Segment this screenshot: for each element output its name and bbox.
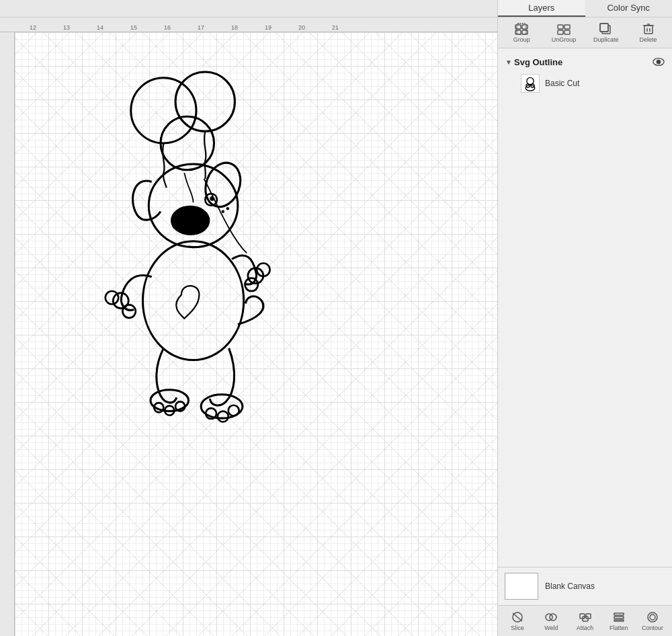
svg-point-46 — [526, 85, 535, 91]
svg-point-10 — [226, 207, 229, 210]
ruler-top: 12 13 14 15 16 17 18 19 20 21 — [0, 17, 497, 32]
layer-group-name: Svg Outline — [514, 57, 652, 67]
weld-button[interactable]: Weld — [536, 609, 566, 633]
dog-illustration — [69, 52, 324, 489]
ruler-mark-15: 15 — [130, 24, 137, 31]
svg-rect-31 — [558, 25, 563, 29]
ruler-mark-20: 20 — [298, 24, 305, 31]
tab-bar-left — [0, 0, 497, 17]
svg-rect-29 — [522, 30, 528, 34]
group-icon — [513, 23, 530, 35]
layer-eye-icon[interactable] — [652, 55, 665, 69]
svg-point-45 — [527, 77, 534, 84]
group-button[interactable]: Group — [502, 21, 542, 45]
blank-canvas-area: Blank Canvas — [498, 567, 672, 605]
canvas-grid[interactable] — [15, 32, 497, 636]
weld-label: Weld — [544, 625, 558, 631]
duplicate-button[interactable]: Duplicate — [587, 21, 626, 45]
delete-label: Delete — [640, 36, 657, 43]
tab-layers[interactable]: Layers — [498, 0, 585, 17]
svg-rect-27 — [522, 25, 528, 29]
contour-icon — [644, 611, 661, 623]
ruler-mark-18: 18 — [231, 24, 238, 31]
ruler-mark-14: 14 — [97, 24, 103, 31]
svg-rect-57 — [614, 617, 624, 619]
svg-point-20 — [218, 411, 228, 422]
blank-canvas-thumbnail — [505, 573, 538, 600]
ruler-mark-19: 19 — [265, 24, 271, 31]
svg-point-44 — [657, 60, 660, 63]
ruler-left — [0, 32, 15, 636]
slice-label: Slice — [511, 625, 524, 631]
delete-icon — [640, 23, 657, 35]
svg-rect-28 — [515, 30, 521, 34]
ruler-mark-16: 16 — [164, 24, 171, 31]
layer-group-header[interactable]: ▼ Svg Outline — [502, 52, 668, 71]
tab-bar-right: Layers Color Sync — [497, 0, 672, 17]
contour-button[interactable]: Contour — [637, 609, 668, 633]
svg-rect-36 — [600, 24, 608, 32]
duplicate-label: Duplicate — [593, 36, 619, 43]
svg-point-13 — [106, 291, 118, 304]
ungroup-label: UnGroup — [552, 36, 577, 43]
canvas-area[interactable]: 12 13 14 15 16 17 18 19 20 21 — [0, 17, 497, 636]
tab-bar: Layers Color Sync — [0, 0, 672, 17]
layer-item-basic-cut[interactable]: Basic Cut — [502, 71, 668, 95]
svg-point-11 — [142, 241, 243, 360]
expand-triangle-icon: ▼ — [505, 58, 513, 66]
contour-label: Contour — [642, 625, 663, 631]
slice-button[interactable]: Slice — [502, 609, 533, 633]
delete-button[interactable]: Delete — [628, 21, 668, 45]
ruler-mark-17: 17 — [198, 24, 204, 31]
svg-point-59 — [648, 612, 657, 622]
main-area: 12 13 14 15 16 17 18 19 20 21 — [0, 17, 672, 636]
ungroup-icon — [556, 23, 572, 35]
right-panel: Group UnGroup — [497, 17, 672, 636]
layer-item-name-basic-cut: Basic Cut — [545, 79, 579, 88]
tab-color-sync[interactable]: Color Sync — [585, 0, 673, 17]
group-label: Group — [513, 36, 530, 43]
svg-rect-34 — [564, 30, 570, 34]
flatten-icon — [611, 611, 627, 623]
layers-content: ▼ Svg Outline — [498, 48, 672, 567]
layer-group-svg-outline: ▼ Svg Outline — [498, 51, 672, 97]
svg-point-21 — [228, 405, 239, 416]
svg-rect-26 — [515, 25, 521, 29]
blank-canvas-label: Blank Canvas — [545, 582, 595, 591]
layer-thumb-basic-cut — [521, 74, 540, 93]
svg-point-60 — [650, 614, 655, 620]
flatten-label: Flatten — [610, 625, 628, 631]
duplicate-icon — [598, 23, 614, 35]
ruler-mark-21: 21 — [332, 24, 339, 31]
flatten-button[interactable]: Flatten — [603, 609, 634, 633]
weld-icon — [543, 611, 559, 623]
tab-layers-label: Layers — [528, 3, 554, 13]
attach-button[interactable]: Attach — [569, 609, 600, 633]
svg-rect-58 — [614, 620, 624, 621]
ruler-mark-12: 12 — [30, 24, 36, 31]
ungroup-button[interactable]: UnGroup — [544, 21, 584, 45]
ruler-mark-13: 13 — [63, 24, 70, 31]
svg-rect-38 — [644, 26, 653, 34]
panel-toolbar: Group UnGroup — [498, 17, 672, 48]
attach-label: Attach — [577, 625, 594, 631]
svg-point-52 — [550, 614, 556, 621]
attach-icon — [577, 611, 593, 623]
bottom-toolbar: Slice Weld — [498, 605, 672, 636]
ruler-h-marks: 12 13 14 15 16 17 18 19 20 21 — [15, 17, 497, 32]
svg-rect-56 — [614, 613, 624, 615]
tab-color-sync-label: Color Sync — [607, 3, 650, 13]
svg-rect-32 — [564, 25, 570, 29]
svg-point-22 — [151, 390, 189, 411]
svg-rect-33 — [558, 30, 563, 34]
svg-point-14 — [122, 305, 135, 317]
svg-point-9 — [222, 210, 224, 212]
slice-icon — [509, 611, 526, 623]
